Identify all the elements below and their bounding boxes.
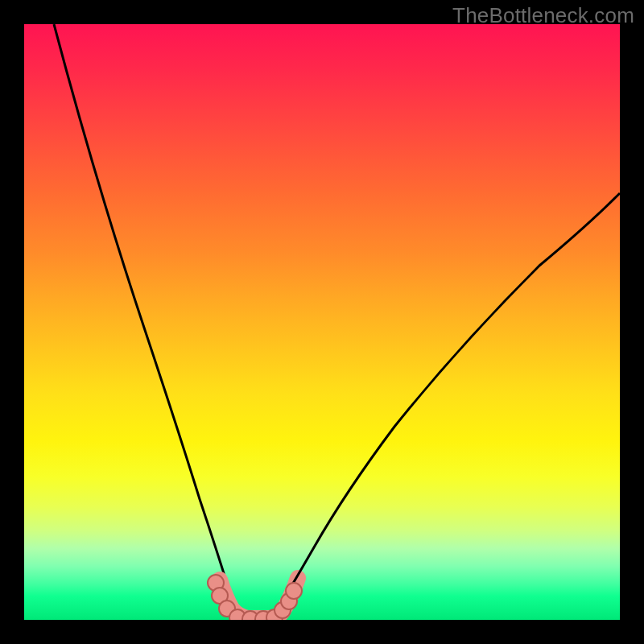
plot-area (24, 24, 620, 620)
watermark-text: TheBottleneck.com (452, 3, 634, 28)
curve-left (54, 24, 240, 616)
chart-frame: TheBottleneck.com (0, 0, 644, 644)
curve-right (274, 193, 620, 616)
dot (286, 583, 302, 599)
bottleneck-curve (24, 24, 620, 620)
curve-dots (208, 575, 302, 620)
